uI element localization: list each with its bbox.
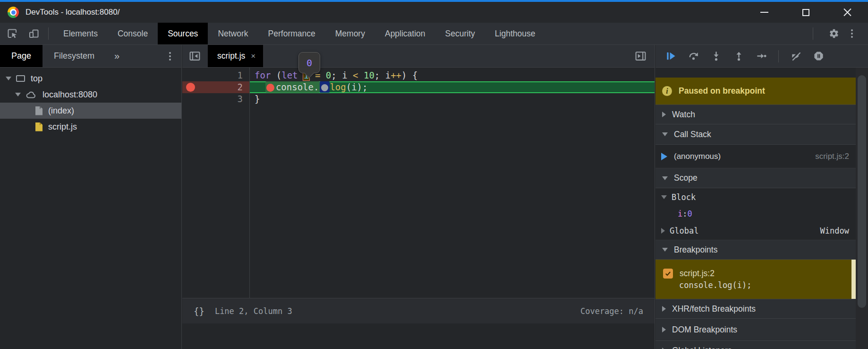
editor-tab-scriptjs[interactable]: script.js × (208, 45, 263, 67)
section-breakpoints[interactable]: Breakpoints (655, 240, 856, 260)
frame-name: (anonymous) (674, 152, 721, 161)
paused-banner: i Paused on breakpoint (655, 78, 856, 105)
code-line-1: 1for (let i = 0; i < 10; i++) { (182, 70, 655, 81)
tab-memory[interactable]: Memory (325, 23, 375, 44)
scope-variable-row[interactable]: i: 0 (655, 206, 856, 221)
breakpoint-gutter[interactable] (182, 70, 213, 81)
code-token: let (281, 70, 298, 80)
breakpoint-entry[interactable]: script.js:2 console.log(i); (655, 260, 856, 299)
resume-icon (665, 51, 676, 61)
pause-on-exceptions-icon (813, 51, 824, 61)
variable-value: 0 (688, 209, 692, 218)
inline-breakpoint-candidate-icon[interactable] (321, 84, 328, 91)
tab-security[interactable]: Security (435, 23, 485, 44)
tab-lighthouse[interactable]: Lighthouse (485, 23, 545, 44)
tree-item-top[interactable]: top (0, 70, 181, 87)
scope-label: Scope (674, 173, 698, 183)
expanded-arrow-icon (662, 176, 668, 180)
cursor-position-label: Line 2, Column 3 (215, 306, 292, 316)
code-token: for (255, 70, 271, 80)
minimize-button[interactable] (743, 2, 785, 23)
tab-filesystem[interactable]: Filesystem (43, 45, 106, 67)
expanded-arrow-icon[interactable] (15, 93, 21, 96)
close-tab-icon[interactable]: × (251, 52, 255, 61)
file-icon (35, 106, 43, 115)
code-line-3: 3} (182, 93, 655, 105)
inline-breakpoint-icon[interactable] (266, 84, 274, 92)
show-debugger-sidebar-icon (635, 50, 647, 62)
pause-on-exceptions-button[interactable] (808, 48, 829, 65)
line-number[interactable]: 1 (213, 70, 249, 81)
breakpoint-code: console.log(i); (655, 280, 856, 290)
pretty-print-icon[interactable]: {} (194, 306, 204, 316)
settings-button[interactable] (825, 26, 843, 42)
tab-network[interactable]: Network (208, 23, 258, 44)
collapsed-arrow-icon (662, 327, 666, 332)
code-token: < (353, 70, 358, 80)
tab-sources[interactable]: Sources (158, 23, 208, 44)
tab-elements[interactable]: Elements (53, 23, 108, 44)
current-frame-arrow-icon (661, 153, 667, 160)
frame-location: script.js:2 (815, 152, 856, 161)
scope-global-value: Window (820, 226, 856, 236)
resume-button[interactable] (660, 48, 681, 65)
window-controls (743, 2, 868, 23)
scope-global-row[interactable]: Global Window (655, 221, 856, 240)
navigator-more-options-button[interactable] (165, 50, 175, 62)
scope-block-row[interactable]: Block (655, 188, 856, 206)
scrollbar-thumb[interactable] (858, 75, 866, 308)
editor-panel: script.js × 0 1for (let i = 0; i < 10; i… (182, 45, 655, 349)
scope-global-label: Global (670, 226, 698, 236)
toolbar-separator (48, 27, 49, 40)
breakpoint-dot-icon[interactable] (186, 83, 195, 92)
section-dom-breakpoints[interactable]: DOM Breakpoints (655, 319, 856, 341)
section-watch[interactable]: Watch (655, 105, 856, 124)
inline-position-marker[interactable] (320, 81, 330, 93)
tree-item-label: (index) (48, 106, 74, 116)
tab-performance[interactable]: Performance (258, 23, 325, 44)
line-number[interactable]: 2 (213, 81, 249, 93)
device-toolbar-button[interactable] (25, 26, 43, 42)
step-into-button[interactable] (706, 48, 726, 65)
more-options-button[interactable] (847, 27, 857, 40)
breakpoint-gutter[interactable] (182, 93, 213, 105)
call-stack-frame[interactable]: (anonymous) script.js:2 (655, 145, 856, 168)
tab-page[interactable]: Page (0, 45, 43, 67)
deactivate-breakpoints-button[interactable] (785, 48, 806, 65)
step-out-button[interactable] (728, 48, 749, 65)
code-token: ; i (374, 70, 391, 80)
line-number[interactable]: 3 (213, 93, 249, 105)
code-token: } (255, 94, 260, 104)
editor-tab-strip: script.js × 0 (182, 45, 655, 68)
tree-item--index-[interactable]: (index) (0, 103, 181, 119)
more-tabs-chevron-icon[interactable]: » (114, 51, 119, 61)
tab-console[interactable]: Console (108, 23, 158, 44)
breakpoint-gutter[interactable] (182, 81, 213, 93)
section-xhr-breakpoints[interactable]: XHR/fetch Breakpoints (655, 299, 856, 319)
section-scope[interactable]: Scope (655, 168, 856, 188)
breakpoint-checkbox[interactable] (663, 269, 673, 279)
debugger-toolbar (655, 45, 868, 68)
dom-breakpoints-label: DOM Breakpoints (672, 325, 737, 335)
tab-application[interactable]: Application (375, 23, 435, 44)
close-button[interactable] (826, 2, 868, 23)
maximize-icon (802, 9, 809, 16)
debugger-scrollbar[interactable] (856, 68, 868, 349)
show-debugger-sidebar-button[interactable] (631, 48, 650, 64)
section-global-listeners[interactable]: Global Listeners (655, 341, 856, 349)
step-over-button[interactable] (683, 48, 704, 65)
inspect-element-button[interactable] (3, 26, 22, 42)
step-into-icon (711, 51, 722, 61)
tree-item-localhost-8080[interactable]: localhost:8080 (0, 87, 181, 103)
maximize-button[interactable] (785, 2, 826, 23)
step-button[interactable] (751, 48, 772, 65)
inline-breakpoint-range[interactable]: console. (265, 81, 320, 93)
hide-navigator-button[interactable] (185, 48, 204, 64)
code-editor[interactable]: 1for (let i = 0; i < 10; i++) {2 console… (182, 68, 655, 323)
global-listeners-label: Global Listeners (672, 346, 732, 349)
breakpoint-location: script.js:2 (680, 269, 715, 279)
tree-item-script-js[interactable]: script.js (0, 119, 181, 135)
section-call-stack[interactable]: Call Stack (655, 124, 856, 145)
tree-item-label: script.js (48, 122, 77, 132)
expanded-arrow-icon[interactable] (6, 77, 11, 80)
